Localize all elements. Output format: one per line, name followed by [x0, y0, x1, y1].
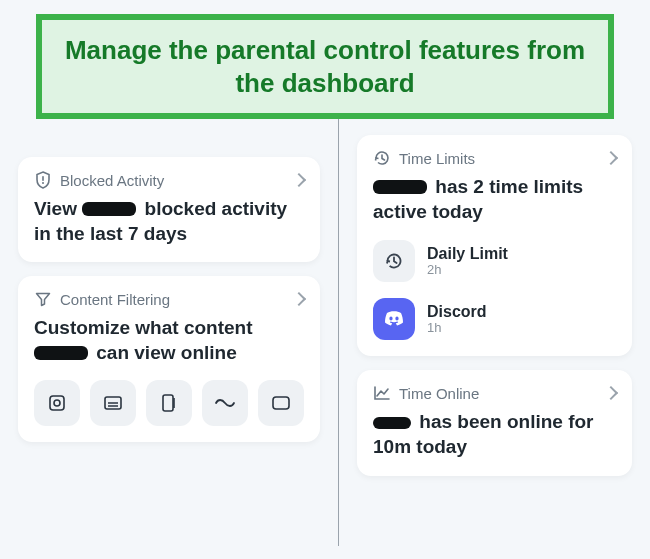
- card-title: Content Filtering: [60, 291, 170, 308]
- card-title: Time Online: [399, 385, 479, 402]
- banner-text: Manage the parental control features fro…: [65, 35, 585, 98]
- filter-category-1[interactable]: [34, 380, 80, 426]
- filter-category-4[interactable]: [202, 380, 248, 426]
- svg-point-1: [42, 182, 44, 184]
- filter-category-3[interactable]: [146, 380, 192, 426]
- card-header: Blocked Activity: [34, 171, 304, 189]
- limit-text: Discord 1h: [427, 303, 487, 336]
- funnel-icon: [34, 290, 52, 308]
- limit-sub: 2h: [427, 263, 508, 278]
- left-column: Blocked Activity View blocked activity i…: [0, 127, 338, 546]
- svg-rect-0: [42, 176, 44, 181]
- content-filtering-card[interactable]: Content Filtering Customize what content…: [18, 276, 320, 441]
- redacted-name: [34, 346, 88, 360]
- filter-category-2[interactable]: [90, 380, 136, 426]
- card-title: Blocked Activity: [60, 172, 164, 189]
- chart-line-icon: [373, 384, 391, 402]
- svg-rect-6: [273, 397, 289, 409]
- chevron-right-icon: [604, 386, 618, 400]
- svg-rect-5: [163, 395, 173, 411]
- history-icon: [373, 149, 391, 167]
- limit-name: Daily Limit: [427, 245, 508, 263]
- text-before: View: [34, 198, 77, 219]
- svg-point-3: [54, 400, 60, 406]
- chevron-right-icon: [604, 151, 618, 165]
- redacted-name: [373, 180, 427, 194]
- limit-item-daily[interactable]: Daily Limit 2h: [373, 240, 616, 282]
- text-after: can view online: [96, 342, 236, 363]
- instruction-banner: Manage the parental control features fro…: [36, 14, 614, 119]
- card-title: Time Limits: [399, 150, 475, 167]
- blocked-activity-card[interactable]: Blocked Activity View blocked activity i…: [18, 157, 320, 262]
- chevron-right-icon: [292, 292, 306, 306]
- filter-category-5[interactable]: [258, 380, 304, 426]
- svg-rect-2: [50, 396, 64, 410]
- history-icon: [373, 240, 415, 282]
- card-body: View blocked activity in the last 7 days: [34, 197, 304, 246]
- limit-name: Discord: [427, 303, 487, 321]
- shield-icon: [34, 171, 52, 189]
- filter-category-row: [34, 380, 304, 426]
- time-limits-card[interactable]: Time Limits has 2 time limits active tod…: [357, 135, 632, 356]
- card-header: Content Filtering: [34, 290, 304, 308]
- right-column: Time Limits has 2 time limits active tod…: [339, 127, 650, 546]
- limit-item-discord[interactable]: Discord 1h: [373, 298, 616, 340]
- card-body: has been online for 10m today: [373, 410, 616, 459]
- card-header: Time Limits: [373, 149, 616, 167]
- card-body: Customize what content can view online: [34, 316, 304, 365]
- card-header: Time Online: [373, 384, 616, 402]
- chevron-right-icon: [292, 173, 306, 187]
- limit-sub: 1h: [427, 321, 487, 336]
- redacted-name: [82, 202, 136, 216]
- card-body: has 2 time limits active today: [373, 175, 616, 224]
- text-before: Customize what content: [34, 317, 253, 338]
- redacted-name: [373, 417, 411, 429]
- limit-text: Daily Limit 2h: [427, 245, 508, 278]
- time-online-card[interactable]: Time Online has been online for 10m toda…: [357, 370, 632, 475]
- discord-icon: [373, 298, 415, 340]
